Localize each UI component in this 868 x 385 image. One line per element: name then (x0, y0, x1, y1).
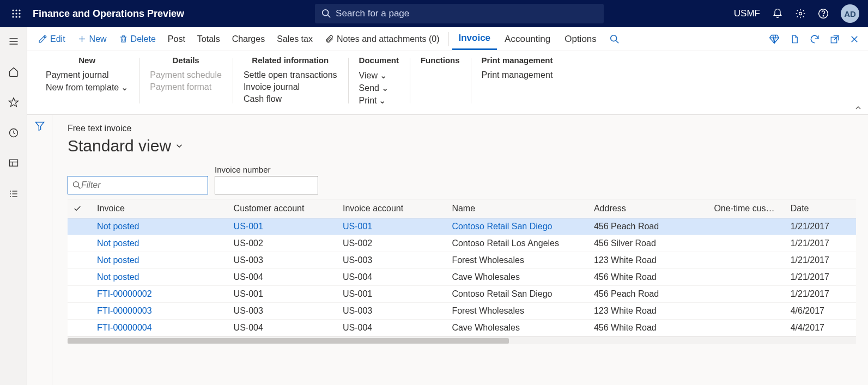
cell[interactable]: US-003 (228, 252, 337, 269)
cell-link[interactable]: US-001 (234, 222, 263, 231)
cell[interactable]: Not posted (92, 235, 228, 252)
close-icon[interactable] (849, 34, 859, 44)
cell[interactable]: Not posted (92, 218, 228, 235)
row-selector[interactable] (68, 320, 92, 337)
row-selector[interactable] (68, 235, 92, 252)
cell[interactable]: 4/4/2017 (785, 320, 856, 337)
new-button[interactable]: New (72, 32, 112, 47)
cell[interactable]: US-001 (228, 218, 337, 235)
cell-link[interactable]: FTI-00000004 (97, 323, 152, 332)
row-selector[interactable] (68, 286, 92, 303)
col-onetime[interactable]: One-time cus… (708, 199, 785, 218)
quick-filter-input[interactable] (81, 180, 203, 190)
cell[interactable]: 456 White Road (588, 320, 708, 337)
cell-link[interactable]: Not posted (97, 222, 139, 231)
col-invoice[interactable]: Invoice (92, 199, 228, 218)
select-all-header[interactable] (68, 199, 92, 218)
cell[interactable]: Forest Wholesales (446, 252, 588, 269)
filter-pane-toggle[interactable] (27, 115, 52, 385)
table-row[interactable]: FTI-00000002US-001US-001Contoso Retail S… (68, 286, 856, 303)
cell[interactable]: 1/21/2017 (785, 286, 856, 303)
workspace-icon[interactable] (3, 152, 25, 174)
cell[interactable]: Cave Wholesales (446, 269, 588, 286)
cell[interactable]: Not posted (92, 269, 228, 286)
cell[interactable]: 123 White Road (588, 252, 708, 269)
cell[interactable]: FTI-00000003 (92, 303, 228, 320)
table-row[interactable]: Not postedUS-003US-003Forest Wholesales1… (68, 252, 856, 269)
cell[interactable] (708, 269, 785, 286)
col-name[interactable]: Name (446, 199, 588, 218)
cell[interactable] (708, 320, 785, 337)
tab-accounting[interactable]: Accounting (498, 29, 557, 50)
cell[interactable]: Forest Wholesales (446, 303, 588, 320)
cell[interactable]: 4/6/2017 (785, 303, 856, 320)
global-search[interactable] (315, 4, 604, 23)
search-action-icon[interactable] (604, 32, 625, 47)
cell-link[interactable]: FTI-00000003 (97, 306, 152, 315)
cell-link[interactable]: FTI-00000002 (97, 289, 152, 298)
invoice-number-input[interactable] (215, 176, 318, 194)
cell[interactable]: Not posted (92, 252, 228, 269)
cell[interactable]: FTI-00000002 (92, 286, 228, 303)
table-row[interactable]: Not postedUS-004US-004Cave Wholesales456… (68, 269, 856, 286)
cell[interactable] (708, 286, 785, 303)
cell[interactable] (708, 218, 785, 235)
popout-icon[interactable] (830, 34, 840, 44)
quick-filter[interactable] (68, 176, 208, 194)
cell[interactable]: US-002 (228, 235, 337, 252)
post-button[interactable]: Post (162, 32, 191, 47)
cell[interactable]: US-003 (337, 252, 446, 269)
cell[interactable]: 1/21/2017 (785, 235, 856, 252)
cell-link[interactable]: US-001 (343, 222, 372, 231)
table-row[interactable]: FTI-00000004US-004US-004Cave Wholesales4… (68, 320, 856, 337)
cell[interactable] (708, 252, 785, 269)
print-link[interactable]: Print ⌄ (359, 94, 399, 107)
cell[interactable]: Contoso Retail Los Angeles (446, 235, 588, 252)
cell[interactable]: US-001 (337, 286, 446, 303)
horizontal-scrollbar[interactable] (68, 337, 856, 344)
global-search-input[interactable] (336, 8, 597, 19)
recent-icon[interactable] (3, 122, 25, 144)
send-link[interactable]: Send ⌄ (359, 82, 399, 94)
app-launcher-icon[interactable] (5, 9, 27, 19)
cell[interactable]: US-003 (228, 303, 337, 320)
home-icon[interactable] (3, 61, 25, 83)
row-selector[interactable] (68, 252, 92, 269)
row-selector[interactable] (68, 303, 92, 320)
table-row[interactable]: Not postedUS-002US-002Contoso Retail Los… (68, 235, 856, 252)
cell[interactable]: US-001 (228, 286, 337, 303)
sales-tax-button[interactable]: Sales tax (271, 32, 318, 47)
diamond-icon[interactable] (769, 34, 780, 45)
cell[interactable]: 456 Peach Road (588, 286, 708, 303)
cell[interactable]: 1/21/2017 (785, 252, 856, 269)
col-date[interactable]: Date (785, 199, 856, 218)
cell[interactable]: US-004 (228, 269, 337, 286)
hamburger-icon[interactable] (3, 30, 25, 52)
cell[interactable] (708, 235, 785, 252)
edit-button[interactable]: Edit (33, 32, 71, 47)
cell[interactable]: 456 White Road (588, 269, 708, 286)
user-avatar[interactable]: AD (841, 4, 859, 23)
help-icon[interactable] (818, 8, 829, 19)
view-link[interactable]: View ⌄ (359, 69, 399, 82)
legal-entity[interactable]: USMF (734, 8, 760, 19)
tab-options[interactable]: Options (558, 29, 603, 50)
office-icon[interactable] (790, 34, 799, 45)
table-row[interactable]: FTI-00000003US-003US-003Forest Wholesale… (68, 303, 856, 320)
cell[interactable]: US-004 (337, 320, 446, 337)
scrollbar-thumb[interactable] (68, 338, 509, 344)
cell[interactable]: US-004 (337, 269, 446, 286)
cell[interactable]: 123 White Road (588, 303, 708, 320)
collapse-ribbon-icon[interactable] (854, 103, 863, 112)
cell[interactable]: Contoso Retail San Diego (446, 218, 588, 235)
attachments-button[interactable]: Notes and attachments (0) (319, 32, 445, 47)
cell[interactable]: Cave Wholesales (446, 320, 588, 337)
totals-button[interactable]: Totals (192, 32, 226, 47)
cell-link[interactable]: Contoso Retail San Diego (452, 222, 552, 231)
cell[interactable]: Contoso Retail San Diego (446, 286, 588, 303)
cash-flow-link[interactable]: Cash flow (244, 93, 337, 105)
cell[interactable]: 456 Peach Road (588, 218, 708, 235)
star-icon[interactable] (3, 91, 25, 113)
cell[interactable] (708, 303, 785, 320)
invoice-journal-link[interactable]: Invoice journal (244, 81, 337, 93)
